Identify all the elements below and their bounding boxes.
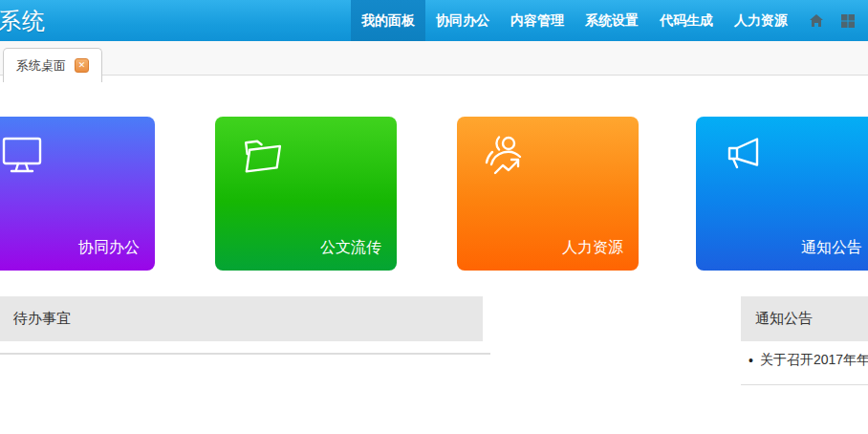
notice-list-item[interactable]: • 关于召开2017年年 (741, 350, 868, 371)
todo-panel-title: 待办事宜 (13, 310, 71, 328)
todo-divider (0, 353, 490, 355)
tile-label: 通知公告 (801, 238, 862, 258)
person-run-icon (483, 133, 529, 179)
tile-collab-office[interactable]: 协同办公 (0, 117, 155, 271)
top-header: 系统 我的面板 协同办公 内容管理 系统设置 代码生成 人力资源 (0, 0, 868, 41)
bullet-icon: • (749, 353, 753, 368)
app-logo: 系统 (0, 0, 46, 41)
main-nav: 我的面板 协同办公 内容管理 系统设置 代码生成 人力资源 (351, 0, 798, 41)
nav-item-code-gen[interactable]: 代码生成 (649, 0, 724, 41)
nav-item-my-dashboard[interactable]: 我的面板 (351, 0, 425, 41)
notice-item-text: 关于召开2017年年 (760, 352, 868, 369)
nav-item-system-settings[interactable]: 系统设置 (575, 0, 649, 41)
notice-divider (741, 384, 868, 385)
todo-panel-header: 待办事宜 (0, 296, 483, 341)
nav-item-hr[interactable]: 人力资源 (724, 0, 798, 41)
header-icon-group (798, 0, 868, 41)
home-icon[interactable] (808, 12, 825, 30)
tile-label: 人力资源 (562, 238, 623, 258)
nav-item-content-mgmt[interactable]: 内容管理 (500, 0, 575, 41)
folder-icon (241, 133, 287, 179)
tile-label: 公文流传 (320, 238, 381, 258)
notice-panel-title: 通知公告 (755, 310, 813, 328)
tab-strip (0, 41, 868, 76)
megaphone-icon (722, 133, 768, 179)
tile-document-flow[interactable]: 公文流传 (215, 117, 397, 271)
tab-label: 系统桌面 (16, 57, 66, 75)
nav-item-collab-office[interactable]: 协同办公 (425, 0, 500, 41)
tab-close-icon[interactable]: ✕ (75, 58, 89, 73)
monitor-icon (0, 133, 45, 179)
tab-system-desktop[interactable]: 系统桌面 ✕ (3, 48, 102, 82)
tile-label: 协同办公 (78, 238, 140, 258)
tile-notices[interactable]: 通知公告 (696, 117, 868, 271)
tile-human-resources[interactable]: 人力资源 (457, 117, 639, 271)
notice-panel-header: 通知公告 (741, 296, 868, 341)
grid-icon[interactable] (839, 12, 857, 30)
